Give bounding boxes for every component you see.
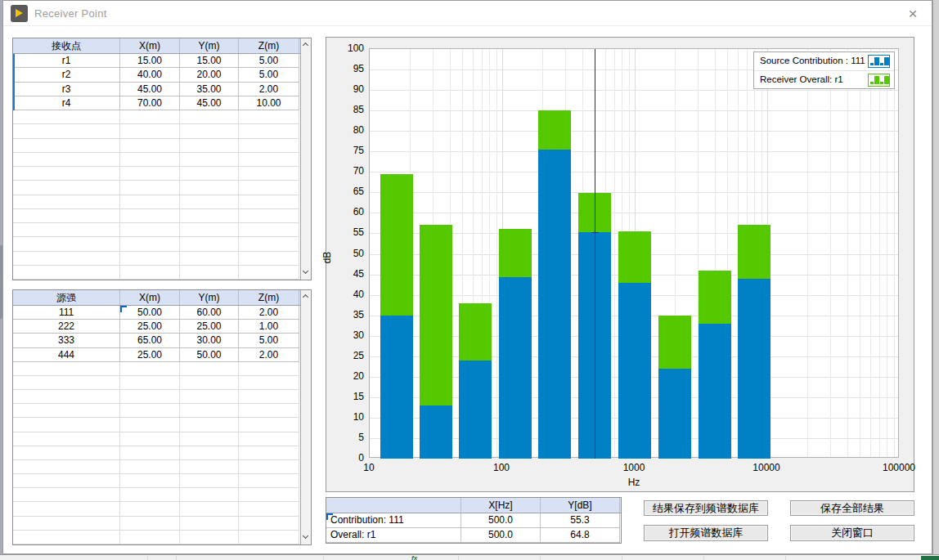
table-cell[interactable] (120, 153, 180, 167)
table-cell[interactable]: 70.00 (120, 96, 180, 110)
table-cell[interactable] (239, 390, 299, 404)
table-cell[interactable] (180, 362, 239, 376)
table-cell[interactable] (180, 517, 239, 531)
table-cell[interactable] (239, 139, 299, 153)
table-cell[interactable] (239, 266, 299, 280)
table-cell[interactable] (180, 531, 239, 544)
scroll-down-icon[interactable] (301, 267, 311, 279)
table-cell[interactable] (13, 502, 120, 516)
table-cell[interactable] (239, 376, 299, 390)
table-cell[interactable]: 2.00 (239, 348, 299, 362)
table-cell[interactable]: 25.00 (180, 320, 239, 334)
table-cell[interactable] (180, 223, 239, 237)
table-cell[interactable]: 45.00 (180, 96, 239, 110)
table-cell[interactable] (180, 153, 239, 167)
scroll-down-icon[interactable] (301, 532, 311, 544)
table-cell[interactable] (239, 488, 299, 502)
table-cell[interactable] (13, 181, 120, 195)
table-cell[interactable]: 2.00 (239, 306, 299, 320)
table-cell[interactable]: 15.00 (180, 54, 239, 68)
table-cell[interactable]: 60.00 (180, 306, 239, 320)
table-cell[interactable]: 45.00 (120, 83, 180, 96)
table-cell[interactable] (120, 531, 180, 544)
table-cell[interactable] (239, 195, 299, 209)
table-cell[interactable]: 500.0 (461, 528, 541, 543)
table-cell[interactable] (180, 209, 239, 223)
table-cell[interactable] (13, 139, 120, 153)
table-cell[interactable] (239, 418, 299, 432)
table-cell[interactable] (120, 432, 180, 446)
table-cell[interactable] (13, 390, 120, 404)
table-cell[interactable] (120, 362, 180, 376)
table-cell[interactable] (13, 195, 120, 209)
table-cell[interactable]: 40.00 (120, 68, 180, 82)
table-cell[interactable]: r4 (13, 96, 120, 110)
plot-area[interactable] (369, 48, 899, 458)
table-cell[interactable]: 111 (13, 306, 120, 320)
table-cell[interactable] (180, 181, 239, 195)
table-cell[interactable] (120, 446, 180, 460)
table-cell[interactable] (120, 195, 180, 209)
table-cell[interactable] (180, 376, 239, 390)
table-cell[interactable]: 222 (13, 320, 120, 334)
table-cell[interactable] (13, 474, 120, 488)
table-cell[interactable] (180, 460, 239, 474)
table-cell[interactable] (239, 252, 299, 266)
table-cell[interactable] (120, 124, 180, 138)
table-cell[interactable] (239, 474, 299, 488)
table-cell[interactable] (120, 266, 180, 280)
vertical-scrollbar[interactable] (300, 38, 311, 280)
table-cell[interactable] (239, 181, 299, 195)
table-cell[interactable] (13, 488, 120, 502)
table-cell[interactable] (180, 252, 239, 266)
table-cell[interactable] (120, 474, 180, 488)
table-cell[interactable] (120, 404, 180, 418)
table-cell[interactable] (239, 167, 299, 181)
table-cell[interactable] (180, 404, 239, 418)
table-cell[interactable] (13, 110, 120, 124)
table-cell[interactable] (180, 124, 239, 138)
table-cell[interactable] (239, 237, 299, 251)
table-cell[interactable] (239, 432, 299, 446)
table-cell[interactable] (180, 432, 239, 446)
table-cell[interactable] (120, 488, 180, 502)
table-cell[interactable] (180, 167, 239, 181)
table-cell[interactable] (239, 460, 299, 474)
table-cell[interactable]: 30.00 (180, 334, 239, 347)
table-cell[interactable]: 25.00 (120, 320, 180, 334)
title-bar[interactable]: Receiver Point × (3, 1, 932, 26)
table-cell[interactable]: 65.00 (120, 334, 180, 347)
table-cell[interactable] (13, 531, 120, 544)
table-cell[interactable]: 333 (13, 334, 120, 347)
table-cell[interactable]: 55.3 (541, 513, 620, 528)
table-cell[interactable] (120, 376, 180, 390)
table-cell[interactable] (239, 404, 299, 418)
legend-item-overall[interactable]: Receiver Overall: r1 (754, 70, 894, 88)
legend-item-contribution[interactable]: Source Contribution : 111 (754, 52, 894, 70)
table-cell[interactable]: 10.00 (239, 96, 299, 110)
table-cell[interactable] (180, 474, 239, 488)
table-cell[interactable] (13, 209, 120, 223)
cursor-line[interactable] (595, 49, 595, 459)
table-cell[interactable]: 5.00 (239, 68, 299, 82)
table-cell[interactable]: 35.00 (180, 83, 239, 96)
table-cell[interactable]: 25.00 (120, 348, 180, 362)
table-cell[interactable] (239, 223, 299, 237)
table-cell[interactable]: 5.00 (239, 334, 299, 347)
table-cell[interactable] (13, 446, 120, 460)
table-cell[interactable] (13, 460, 120, 474)
table-cell[interactable] (120, 110, 180, 124)
table-cell[interactable] (180, 139, 239, 153)
table-cell[interactable] (13, 167, 120, 181)
table-cell[interactable]: 444 (13, 348, 120, 362)
table-cell[interactable] (180, 446, 239, 460)
table-cell[interactable] (13, 432, 120, 446)
table-cell[interactable] (239, 502, 299, 516)
table-cell[interactable] (13, 362, 120, 376)
table-cell[interactable]: 20.00 (180, 68, 239, 82)
table-cell[interactable] (120, 237, 180, 251)
table-cell[interactable] (239, 209, 299, 223)
table-cell[interactable] (120, 460, 180, 474)
table-cell[interactable] (180, 266, 239, 280)
table-cell[interactable] (239, 153, 299, 167)
